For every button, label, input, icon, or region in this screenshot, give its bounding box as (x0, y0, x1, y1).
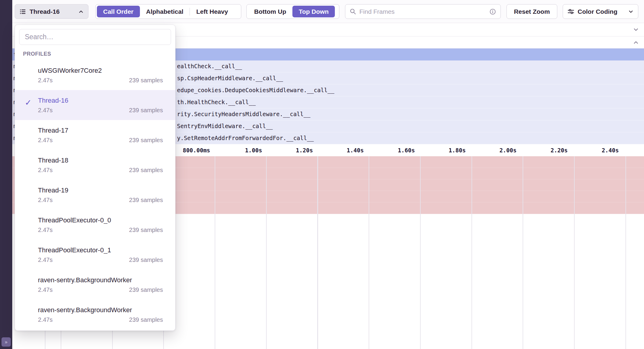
profile-name: Thread-16 (38, 97, 163, 104)
time-axis-label: 2.20s (550, 144, 567, 156)
toolbar: Thread-16 Call Order Alphabetical Left H… (12, 0, 644, 23)
color-coding-label: Color Coding (578, 8, 625, 15)
profile-name: Thread-18 (38, 157, 163, 164)
time-axis-label: 800.00ms (183, 144, 210, 156)
frame-text: rity.SecurityHeadersMiddleware.__call__ (177, 108, 310, 120)
profiles-dropdown-panel: PROFILES ✓ uWSGIWorker7Core2 2.47s239 sa… (15, 25, 176, 331)
chevron-down-icon (628, 9, 634, 15)
direction-top-down-button[interactable]: Top Down (292, 6, 335, 17)
profiler-app: » Thread-16 Call Order Alphabetical Left… (0, 0, 644, 349)
profile-list: ✓ uWSGIWorker7Core2 2.47s239 samples ✓ T… (15, 60, 175, 330)
time-axis-label: 2.40s (602, 144, 619, 156)
profile-name: ThreadPoolExecutor-0_1 (38, 246, 163, 254)
sidebar-expand-button[interactable]: » (1, 337, 11, 347)
profile-name: Thread-17 (38, 127, 163, 134)
search-icon (350, 8, 356, 15)
profile-samples: 239 samples (129, 316, 163, 323)
frame-text: edupe_cookies.DedupeCookiesMiddleware.__… (177, 84, 334, 96)
frame-text: y.SetRemoteAddrFromForwardedFor.__call__ (177, 132, 314, 144)
profile-item-thread-16[interactable]: ✓ Thread-16 2.47s239 samples (15, 90, 175, 120)
thread-selector-label: Thread-16 (30, 8, 75, 15)
chevron-up-icon[interactable] (633, 39, 639, 46)
profile-duration: 2.47s (38, 197, 53, 204)
profile-samples: 239 samples (129, 286, 163, 293)
find-frames-input[interactable] (359, 8, 486, 15)
profile-item-raven-sentry-backgroundworker-1[interactable]: ✓ raven-sentry.BackgroundWorker 2.47s239… (15, 270, 175, 300)
profile-duration: 2.47s (38, 167, 53, 174)
frame-text: sp.CspHeaderMiddleware.__call__ (177, 72, 283, 84)
profiles-search-input[interactable] (25, 33, 165, 41)
profile-duration: 2.47s (38, 257, 53, 263)
frame-text: SentryEnvMiddleware.__call__ (177, 120, 273, 132)
profile-samples: 239 samples (129, 227, 163, 233)
profile-duration: 2.47s (38, 137, 53, 144)
profile-item-threadpoolexecutor-0-1[interactable]: ✓ ThreadPoolExecutor-0_1 2.47s239 sample… (15, 240, 175, 270)
chevron-up-icon (78, 9, 84, 15)
profile-samples: 239 samples (129, 167, 163, 174)
profile-item-thread-17[interactable]: ✓ Thread-17 2.47s239 samples (15, 120, 175, 150)
profile-samples: 239 samples (129, 107, 163, 114)
thread-selector-button[interactable]: Thread-16 (15, 4, 88, 19)
direction-segmented-control: Bottom Up Top Down (246, 4, 339, 19)
sort-alphabetical-button[interactable]: Alphabetical (140, 6, 190, 17)
profile-name: uWSGIWorker7Core2 (38, 67, 163, 75)
list-icon (19, 8, 26, 15)
reset-zoom-button[interactable]: Reset Zoom (506, 4, 557, 19)
sliders-icon (567, 8, 575, 15)
collapsed-sidebar-rail: » (0, 0, 12, 349)
time-axis-label: 1.00s (245, 144, 262, 156)
profile-samples: 239 samples (129, 197, 163, 204)
frame-text: th.HealthCheck.__call__ (177, 96, 256, 108)
time-axis-label: 1.20s (296, 144, 313, 156)
profile-samples: 239 samples (129, 77, 163, 84)
sort-segmented-control: Call Order Alphabetical Left Heavy (95, 4, 241, 19)
sort-left-heavy-button[interactable]: Left Heavy (190, 6, 234, 17)
profile-item-raven-sentry-backgroundworker-2[interactable]: ✓ raven-sentry.BackgroundWorker 2.47s239… (15, 300, 175, 330)
profile-duration: 2.47s (38, 77, 53, 84)
info-icon (489, 8, 496, 15)
time-axis-label: 2.00s (499, 144, 516, 156)
time-axis-label: 1.40s (347, 144, 364, 156)
profile-duration: 2.47s (38, 316, 53, 323)
color-coding-button[interactable]: Color Coding (563, 4, 638, 19)
profile-name: raven-sentry.BackgroundWorker (38, 306, 163, 314)
profile-duration: 2.47s (38, 107, 53, 114)
check-icon: ✓ (25, 98, 32, 107)
sort-call-order-button[interactable]: Call Order (97, 6, 140, 17)
profile-item-thread-18[interactable]: ✓ Thread-18 2.47s239 samples (15, 150, 175, 180)
profile-name: raven-sentry.BackgroundWorker (38, 276, 163, 284)
profile-duration: 2.47s (38, 286, 53, 293)
profile-item-threadpoolexecutor-0-0[interactable]: ✓ ThreadPoolExecutor-0_0 2.47s239 sample… (15, 210, 175, 240)
find-frames-search (345, 4, 501, 19)
time-axis-label: 1.80s (448, 144, 466, 156)
profiles-section-label: PROFILES (23, 51, 175, 57)
profile-samples: 239 samples (129, 137, 163, 144)
profiles-search (19, 29, 171, 45)
chevron-down-icon[interactable] (633, 26, 639, 33)
profile-item-thread-19[interactable]: ✓ Thread-19 2.47s239 samples (15, 180, 175, 210)
profile-name: Thread-19 (38, 186, 163, 194)
direction-bottom-up-button[interactable]: Bottom Up (248, 6, 292, 17)
profile-item-uwsgiworker7core2[interactable]: ✓ uWSGIWorker7Core2 2.47s239 samples (15, 60, 175, 90)
profile-name: ThreadPoolExecutor-0_0 (38, 216, 163, 224)
profile-duration: 2.47s (38, 227, 53, 233)
profile-samples: 239 samples (129, 257, 163, 263)
frame-text: ealthCheck.__call__ (177, 60, 242, 72)
time-axis-label: 1.60s (398, 144, 415, 156)
